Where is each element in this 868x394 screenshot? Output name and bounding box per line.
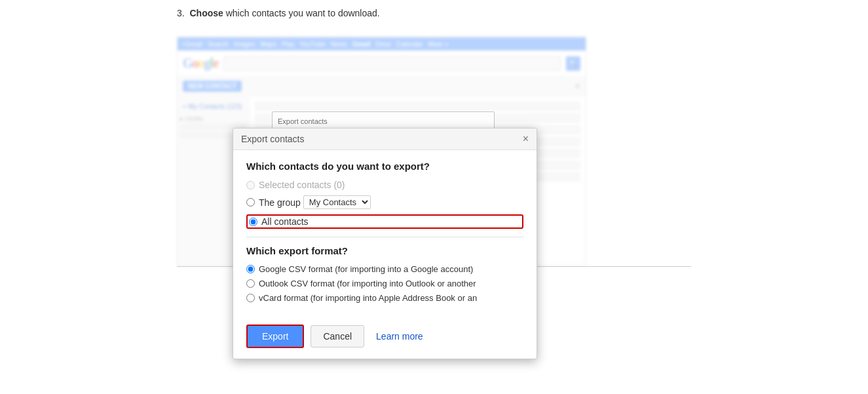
option-group[interactable]: The group My Contacts <box>246 195 523 209</box>
gmail-header: Google 🔍 <box>178 50 586 77</box>
dialog-title: Export contacts <box>241 134 305 144</box>
dialog-body: Which contacts do you want to export? Se… <box>233 150 537 318</box>
radio-all[interactable] <box>249 218 257 226</box>
format-outlook-label: Outlook CSV format (for importing into O… <box>259 279 476 288</box>
radio-group[interactable] <box>246 198 255 207</box>
option-all-contacts-highlighted[interactable]: All contacts <box>246 214 523 229</box>
learn-more-link[interactable]: Learn more <box>376 331 423 342</box>
sidebar-my-contacts: + My Contacts (123) <box>180 102 246 111</box>
topbar-drive: Drive <box>375 41 390 48</box>
format-vcard[interactable]: vCard format (for importing into Apple A… <box>246 293 523 303</box>
format-google-label: Google CSV format (for importing into a … <box>259 264 473 274</box>
step-number: 3. <box>177 8 185 18</box>
sidebar-circles: ▸ Circles <box>180 115 246 122</box>
export-dialog: Export contacts × Which contacts do you … <box>233 128 537 359</box>
topbar-images: Images <box>234 41 255 48</box>
topbar-news: News <box>331 41 347 48</box>
format-outlook-csv[interactable]: Outlook CSV format (for importing into O… <box>246 279 523 288</box>
radio-vcard[interactable] <box>246 294 255 302</box>
format-section-heading: Which export format? <box>246 245 523 256</box>
choose-bold: Choose <box>189 8 223 18</box>
option-selected-contacts[interactable]: Selected contacts (0) <box>246 180 523 190</box>
section-divider <box>246 237 523 237</box>
gmail-topbar: +Gmail Search Images Maps Play YouTube N… <box>178 37 586 50</box>
which-contacts-heading: Which contacts do you want to export? <box>246 161 523 172</box>
radio-outlook-csv[interactable] <box>246 279 255 288</box>
dialog-close-button[interactable]: × <box>523 134 529 144</box>
dialog-footer: Export Cancel Learn more <box>233 318 537 359</box>
format-google-csv[interactable]: Google CSV format (for importing into a … <box>246 264 523 274</box>
topbar-play: Play <box>282 41 294 48</box>
gmail-searchbar <box>223 56 561 71</box>
topbar-youtube: YouTube <box>299 41 325 48</box>
cancel-button[interactable]: Cancel <box>311 325 364 347</box>
topbar-maps: Maps <box>260 41 276 48</box>
step-instruction: 3. Choose which contacts you want to dow… <box>177 8 380 18</box>
format-vcard-label: vCard format (for importing into Apple A… <box>259 293 477 303</box>
export-button[interactable]: Export <box>246 325 304 348</box>
topbar-gmail: Gmail <box>352 41 371 48</box>
option-group-label: The group <box>259 197 301 208</box>
radio-selected[interactable] <box>246 181 255 189</box>
contacts-toolbar: NEW CONTACT ⚙ <box>178 77 586 96</box>
topbar-search: Search <box>208 41 229 48</box>
step-text: Choose which contacts you want to downlo… <box>187 8 380 18</box>
new-contact-button: NEW CONTACT <box>183 81 242 92</box>
dialog-titlebar: Export contacts × <box>233 128 537 150</box>
google-logo: Google <box>183 56 218 71</box>
preview-dialog-title: Export contacts <box>278 117 489 125</box>
gmail-search-button: 🔍 <box>566 56 580 71</box>
topbar-calendar: Calendar <box>396 41 423 48</box>
option-selected-label: Selected contacts (0) <box>259 180 345 190</box>
option-all-label: All contacts <box>261 216 309 227</box>
topbar-more: More » <box>428 41 448 48</box>
radio-google-csv[interactable] <box>246 265 255 273</box>
topbar-gmail-plus: +Gmail <box>181 41 202 48</box>
group-select-dropdown[interactable]: My Contacts <box>303 195 371 209</box>
